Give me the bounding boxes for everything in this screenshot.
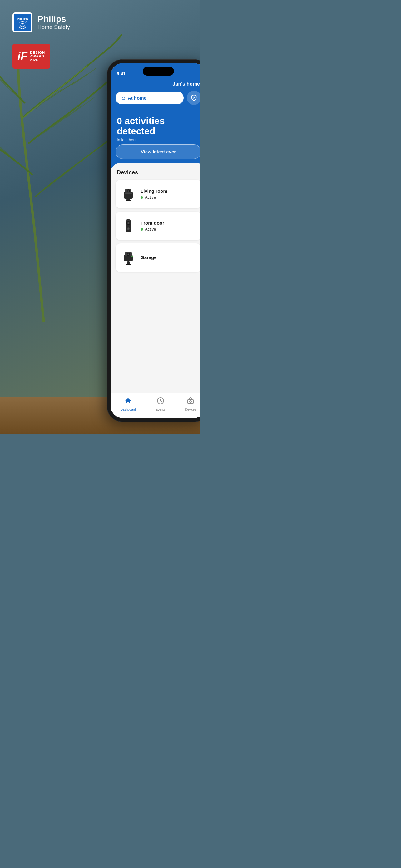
device-card-living-room[interactable]: Living room Active xyxy=(115,180,201,208)
front-door-camera-image xyxy=(121,217,136,235)
svg-point-29 xyxy=(190,401,192,402)
living-room-status: Active xyxy=(140,195,196,200)
philips-logo: PHILIPS ★ ★ xyxy=(12,12,32,32)
activities-sub: In last hour xyxy=(117,137,200,142)
living-room-status-dot xyxy=(140,196,143,199)
living-room-status-text: Active xyxy=(145,195,156,200)
svg-text:★: ★ xyxy=(26,21,27,23)
living-room-camera-image xyxy=(121,185,136,204)
devices-nav-icon xyxy=(187,397,194,406)
svg-rect-10 xyxy=(126,200,131,201)
devices-nav-label: Devices xyxy=(185,408,196,411)
home-title: Jan's home xyxy=(173,81,200,87)
living-room-name: Living room xyxy=(140,188,196,194)
phone-frame: 9:41 Jan's home ⌂ At home xyxy=(107,59,201,422)
dynamic-island xyxy=(143,67,174,75)
garage-info: Garage xyxy=(140,255,196,261)
front-door-info: Front door Active xyxy=(140,220,196,231)
if-award-badge: iF DESIGN AWARD 2024 xyxy=(12,44,50,69)
shield-button[interactable] xyxy=(187,91,201,105)
svg-rect-0 xyxy=(14,14,31,31)
dashboard-icon xyxy=(124,397,132,406)
device-card-garage[interactable]: Garage xyxy=(115,243,201,272)
svg-point-26 xyxy=(132,256,133,257)
brand-text: Philips Home Safety xyxy=(37,14,70,31)
activities-section: 0 activities detected In last hour xyxy=(117,116,200,142)
front-door-status-dot xyxy=(140,228,143,230)
branding-area: PHILIPS ★ ★ Philips Home Safety xyxy=(12,12,70,32)
dashboard-label: Dashboard xyxy=(121,408,136,411)
events-icon xyxy=(157,397,164,406)
svg-rect-11 xyxy=(125,193,132,194)
mode-selector: ⌂ At home xyxy=(115,91,201,105)
if-award-award: AWARD xyxy=(30,54,45,58)
brand-name: Philips xyxy=(37,14,70,24)
bottom-nav: Dashboard Events xyxy=(110,393,201,418)
phone-screen: 9:41 Jan's home ⌂ At home xyxy=(110,63,201,418)
svg-rect-28 xyxy=(188,400,194,403)
front-door-status-text: Active xyxy=(145,227,156,231)
front-door-status: Active xyxy=(140,227,196,231)
svg-rect-18 xyxy=(126,220,131,221)
svg-point-23 xyxy=(128,254,129,255)
svg-point-15 xyxy=(128,222,129,224)
nav-events[interactable]: Events xyxy=(156,397,165,411)
living-room-info: Living room Active xyxy=(140,188,196,200)
brand-subtitle: Home Safety xyxy=(37,24,70,31)
svg-rect-25 xyxy=(126,264,131,265)
phone-mockup: 9:41 Jan's home ⌂ At home xyxy=(107,59,201,422)
svg-point-8 xyxy=(128,191,129,191)
svg-rect-9 xyxy=(127,199,130,200)
status-time: 9:41 xyxy=(117,71,126,76)
if-award-text: DESIGN AWARD 2024 xyxy=(30,51,45,62)
front-door-name: Front door xyxy=(140,220,196,226)
activities-count: 0 activities detected xyxy=(117,116,200,136)
nav-devices[interactable]: Devices xyxy=(185,397,196,411)
garage-name: Garage xyxy=(140,255,196,260)
mode-pill-at-home[interactable]: ⌂ At home xyxy=(115,92,183,104)
house-icon: ⌂ xyxy=(122,95,125,101)
svg-text:PHILIPS: PHILIPS xyxy=(17,18,28,21)
mode-pill-label: At home xyxy=(128,95,146,101)
svg-point-17 xyxy=(128,228,129,230)
nav-dashboard[interactable]: Dashboard xyxy=(121,397,136,411)
events-label: Events xyxy=(156,408,165,411)
if-award-design: DESIGN xyxy=(30,51,45,54)
if-award-year: 2024 xyxy=(30,58,45,62)
view-latest-label: View latest ever xyxy=(141,149,176,154)
view-latest-button[interactable]: View latest ever xyxy=(115,144,201,159)
if-award-letter: iF xyxy=(18,51,28,62)
devices-section-header: Devices xyxy=(110,163,201,180)
garage-camera-image xyxy=(121,248,136,267)
svg-text:★: ★ xyxy=(18,21,20,23)
content-area: Devices xyxy=(110,163,201,418)
device-card-front-door[interactable]: Front door Active xyxy=(115,212,201,240)
